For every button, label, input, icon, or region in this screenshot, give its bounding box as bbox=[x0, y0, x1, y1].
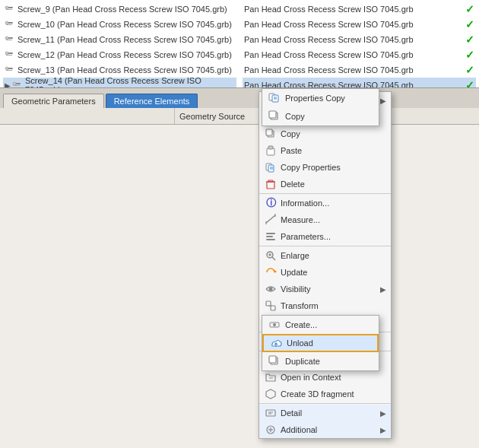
arrow-icon: ▶ bbox=[380, 285, 386, 294]
menu-label: Paste bbox=[281, 146, 302, 155]
svg-point-11 bbox=[5, 52, 8, 55]
submenu-item-unload[interactable]: Unload bbox=[262, 334, 379, 352]
duplicate-icon bbox=[267, 354, 282, 369]
submenu-item-copy[interactable]: Copy bbox=[262, 107, 379, 126]
check-icon: ✓ bbox=[465, 64, 474, 76]
list-item[interactable]: Pan Head Cross Recess Screw ISO 7045.grb… bbox=[243, 32, 476, 47]
svg-point-5 bbox=[5, 21, 8, 24]
check-icon: ✓ bbox=[465, 79, 474, 88]
svg-point-8 bbox=[5, 37, 8, 40]
submenu-item-duplicate[interactable]: Duplicate bbox=[262, 352, 379, 370]
measure-icon bbox=[264, 213, 278, 227]
menu-item-enlarge[interactable]: Enlarge bbox=[259, 247, 391, 264]
submenu-item-create[interactable]: Create... bbox=[262, 316, 379, 334]
create-3d-icon bbox=[264, 387, 278, 401]
menu-item-transform[interactable]: Transform bbox=[259, 297, 391, 314]
list-item[interactable]: Pan Head Cross Recess Screw ISO 7045.grb… bbox=[243, 78, 476, 88]
menu-item-visibility[interactable]: Visibility ▶ bbox=[259, 281, 391, 297]
menu-item-information[interactable]: ⓘ Information... bbox=[259, 195, 391, 211]
menu-label: Update bbox=[281, 268, 307, 277]
col-header-1 bbox=[0, 108, 175, 124]
file-list: Screw_9 (Pan Head Cross Recess Screw ISO… bbox=[0, 0, 479, 88]
list-item[interactable]: Screw_11 (Pan Head Cross Recess Screw IS… bbox=[3, 32, 236, 47]
menu-item-additional[interactable]: Additional ▶ bbox=[259, 421, 391, 438]
tab-reference[interactable]: Reference Elements bbox=[106, 94, 198, 108]
column-headers: Geometry Source bbox=[0, 108, 479, 125]
menu-label: Copy bbox=[281, 129, 300, 138]
transform-icon bbox=[264, 299, 278, 313]
menu-item-measure[interactable]: Measure... bbox=[259, 211, 391, 228]
update-icon bbox=[264, 265, 278, 279]
arrow-icon: ▶ bbox=[380, 97, 386, 105]
svg-rect-67 bbox=[269, 356, 276, 363]
file-name: Screw_9 (Pan Head Cross Recess Screw ISO… bbox=[17, 5, 227, 14]
separator-1 bbox=[259, 193, 391, 194]
list-item[interactable]: Screw_9 (Pan Head Cross Recess Screw ISO… bbox=[3, 2, 236, 17]
list-item[interactable]: ▶ Screw_14 (Pan Head Cross Recess Screw … bbox=[3, 78, 236, 88]
list-item[interactable]: Pan Head Cross Recess Screw ISO 7045.grb… bbox=[243, 2, 476, 17]
list-item[interactable]: Pan Head Cross Recess Screw ISO 7045.grb… bbox=[243, 47, 476, 62]
menu-label: Open in Context bbox=[281, 373, 341, 382]
screw-icon bbox=[5, 65, 15, 75]
svg-rect-23 bbox=[268, 146, 273, 149]
menu-item-open-context[interactable]: Open in Context bbox=[259, 369, 391, 386]
properties-copy-icon bbox=[267, 91, 282, 106]
file-name: Screw_11 (Pan Head Cross Recess Screw IS… bbox=[17, 35, 232, 44]
svg-point-14 bbox=[5, 67, 8, 70]
svg-rect-42 bbox=[266, 301, 271, 306]
submenu-label: Create... bbox=[285, 320, 317, 329]
delete-icon bbox=[264, 177, 278, 191]
svg-marker-40 bbox=[274, 270, 277, 273]
menu-item-delete[interactable]: Delete bbox=[259, 176, 391, 192]
menu-label: Copy Properties bbox=[281, 163, 341, 172]
list-item[interactable]: Screw_13 (Pan Head Cross Recess Screw IS… bbox=[3, 62, 236, 78]
paste-icon bbox=[264, 144, 278, 157]
file-name: Pan Head Cross Recess Screw ISO 7045.grb bbox=[244, 5, 414, 14]
additional-icon bbox=[264, 423, 278, 437]
menu-label: Transform bbox=[281, 301, 319, 310]
submenu-label: Properties Copy bbox=[285, 94, 345, 103]
enlarge-icon bbox=[264, 249, 278, 262]
menu-item-create-3d[interactable]: Create 3D fragment bbox=[259, 386, 391, 402]
menu-item-copy-properties[interactable]: Copy Properties bbox=[259, 159, 391, 176]
file-name: Pan Head Cross Recess Screw ISO 7045.grb bbox=[244, 35, 414, 44]
svg-line-37 bbox=[272, 257, 275, 260]
svg-rect-34 bbox=[266, 236, 273, 237]
menu-item-update[interactable]: Update bbox=[259, 264, 391, 281]
menu-label: Parameters... bbox=[281, 232, 331, 241]
menu-item-copy[interactable]: Copy bbox=[259, 126, 391, 142]
visibility-icon bbox=[264, 282, 278, 296]
context-menu: Create ▶ Edit Copy Paste bbox=[259, 91, 392, 439]
detail-icon bbox=[264, 406, 278, 420]
menu-label: Visibility bbox=[281, 284, 311, 294]
list-item[interactable]: Pan Head Cross Recess Screw ISO 7045.grb… bbox=[243, 17, 476, 32]
list-item[interactable]: Screw_10 (Pan Head Cross Recess Screw IS… bbox=[3, 17, 236, 32]
svg-point-17 bbox=[13, 82, 16, 85]
menu-label: Detail bbox=[281, 408, 302, 418]
copy-properties-icon bbox=[264, 160, 278, 174]
separator-5 bbox=[259, 403, 391, 404]
tab-geometric[interactable]: Geometric Parameters bbox=[3, 94, 104, 108]
additional-submenu: Create... Unload Duplicate bbox=[262, 315, 379, 371]
screw-icon bbox=[5, 4, 15, 14]
list-item[interactable]: Pan Head Cross Recess Screw ISO 7045.grb… bbox=[243, 62, 476, 78]
col2-label: Geometry Source bbox=[179, 112, 245, 121]
arrow-icon: ▶ bbox=[380, 409, 386, 418]
check-icon: ✓ bbox=[465, 33, 474, 46]
list-item[interactable]: Screw_12 (Pan Head Cross Recess Screw IS… bbox=[3, 47, 236, 62]
file-name: Pan Head Cross Recess Screw ISO 7045.grb bbox=[244, 65, 414, 75]
file-name: Screw_10 (Pan Head Cross Recess Screw IS… bbox=[17, 20, 232, 29]
menu-item-detail[interactable]: Detail ▶ bbox=[259, 405, 391, 421]
detail-submenu: Properties Copy Copy bbox=[262, 88, 379, 126]
arrow-icon: ▶ bbox=[380, 426, 386, 434]
submenu-item-properties-copy[interactable]: Properties Copy bbox=[262, 89, 379, 107]
menu-item-parameters[interactable]: Parameters... bbox=[259, 228, 391, 245]
screw-icon bbox=[5, 19, 15, 30]
screw-icon bbox=[5, 49, 15, 60]
menu-item-paste[interactable]: Paste bbox=[259, 142, 391, 159]
copy-icon bbox=[264, 127, 278, 141]
menu-label: Enlarge bbox=[281, 251, 309, 260]
svg-rect-43 bbox=[271, 306, 275, 310]
menu-label: Information... bbox=[281, 199, 329, 208]
expand-icon: ▶ bbox=[5, 81, 11, 89]
